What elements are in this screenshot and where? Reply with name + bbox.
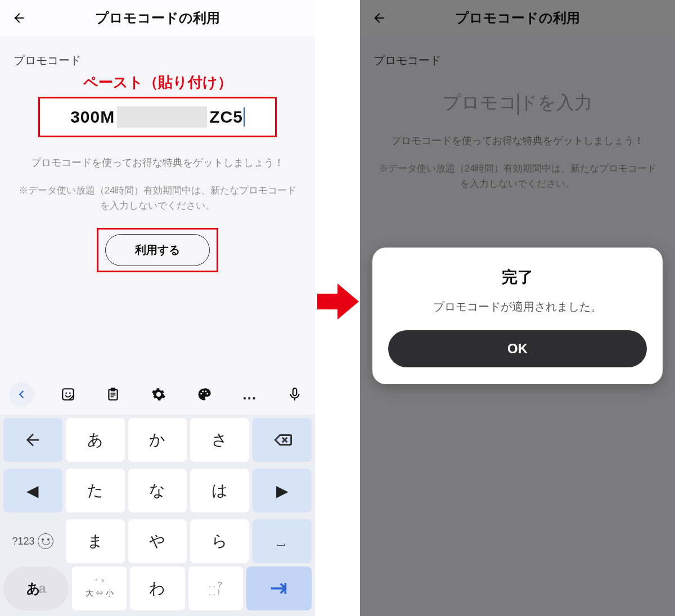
svg-point-9 bbox=[202, 390, 204, 392]
svg-point-1 bbox=[65, 392, 67, 394]
key-ma[interactable]: ま bbox=[66, 519, 125, 563]
key-symbols[interactable]: ?123 bbox=[3, 519, 62, 563]
sticker-icon[interactable] bbox=[57, 383, 79, 406]
code-suffix: ZC5 bbox=[209, 107, 243, 127]
keyboard: … あ か さ ◀ た な は ▶ ?123 bbox=[0, 374, 315, 616]
promo-code-input[interactable]: 300M ZC5 bbox=[38, 97, 277, 137]
back-icon[interactable] bbox=[11, 10, 27, 26]
keyboard-row-4: あa ¨ ° 大 ⇔ 小 わ . . ?. . ! bbox=[0, 566, 315, 616]
svg-point-11 bbox=[206, 393, 208, 394]
key-ha[interactable]: は bbox=[190, 469, 249, 512]
popup-message: プロモコードが適用されました。 bbox=[388, 299, 647, 314]
note-text: ※データ使い放題（24時間）有効期間中は、新たなプロモコードを入力しないでくださ… bbox=[0, 183, 315, 213]
mic-icon[interactable] bbox=[284, 383, 306, 406]
key-cursor-left[interactable]: ◀ bbox=[3, 469, 62, 512]
paste-annotation: ペースト（貼り付け） bbox=[0, 73, 315, 92]
phone-right: プロモコードの利用 プロモコード プロモコドを入力 プロモコードを使ってお得な特… bbox=[360, 0, 675, 616]
key-sa[interactable]: さ bbox=[190, 418, 249, 462]
key-ka[interactable]: か bbox=[128, 418, 187, 462]
keyboard-row-2: ◀ た な は ▶ bbox=[0, 465, 315, 516]
apply-button[interactable]: 利用する bbox=[105, 234, 210, 266]
arrow-right-icon bbox=[317, 281, 359, 322]
svg-point-10 bbox=[205, 390, 206, 392]
key-submit[interactable] bbox=[246, 566, 312, 610]
header: プロモコードの利用 bbox=[0, 0, 315, 36]
key-backspace[interactable] bbox=[253, 418, 312, 462]
code-mask bbox=[117, 106, 207, 128]
keyboard-row-3: ?123 ま や ら ⎵ bbox=[0, 516, 315, 566]
text-cursor bbox=[244, 107, 245, 127]
completion-popup: 完了 プロモコードが適用されました。 OK bbox=[372, 248, 663, 384]
phone-left: プロモコードの利用 プロモコード ペースト（貼り付け） 300M ZC5 プロモ… bbox=[0, 0, 315, 616]
ok-button[interactable]: OK bbox=[388, 330, 647, 367]
key-ra[interactable]: ら bbox=[190, 519, 249, 563]
key-left-arrow[interactable] bbox=[3, 418, 62, 462]
popup-title: 完了 bbox=[388, 267, 647, 288]
svg-point-2 bbox=[69, 392, 70, 394]
page-title: プロモコードの利用 bbox=[27, 9, 288, 27]
apply-highlight: 利用する bbox=[97, 228, 218, 272]
key-wa[interactable]: わ bbox=[130, 566, 184, 610]
gear-icon[interactable] bbox=[147, 383, 170, 406]
keyboard-row-1: あ か さ bbox=[0, 415, 315, 465]
key-punct[interactable]: . . ?. . ! bbox=[188, 566, 243, 610]
code-prefix: 300M bbox=[70, 107, 115, 127]
palette-icon[interactable] bbox=[193, 383, 215, 406]
key-ya[interactable]: や bbox=[128, 519, 187, 563]
key-cursor-right[interactable]: ▶ bbox=[253, 469, 312, 512]
more-icon[interactable]: … bbox=[238, 383, 260, 406]
key-na[interactable]: な bbox=[128, 469, 187, 512]
clipboard-icon[interactable] bbox=[102, 383, 124, 406]
key-language[interactable]: あa bbox=[3, 566, 69, 610]
svg-rect-0 bbox=[62, 389, 74, 400]
keyboard-toolbar: … bbox=[0, 374, 315, 415]
key-a[interactable]: あ bbox=[66, 418, 125, 462]
key-space[interactable]: ⎵ bbox=[253, 519, 312, 563]
key-size[interactable]: ¨ ° 大 ⇔ 小 bbox=[72, 566, 127, 610]
svg-rect-12 bbox=[293, 388, 297, 395]
section-label: プロモコード bbox=[0, 36, 315, 68]
chevron-left-icon[interactable] bbox=[9, 382, 34, 407]
svg-point-8 bbox=[200, 393, 202, 394]
key-ta[interactable]: た bbox=[66, 469, 125, 512]
tips-text: プロモコードを使ってお得な特典をゲットしましょう！ bbox=[0, 155, 315, 170]
